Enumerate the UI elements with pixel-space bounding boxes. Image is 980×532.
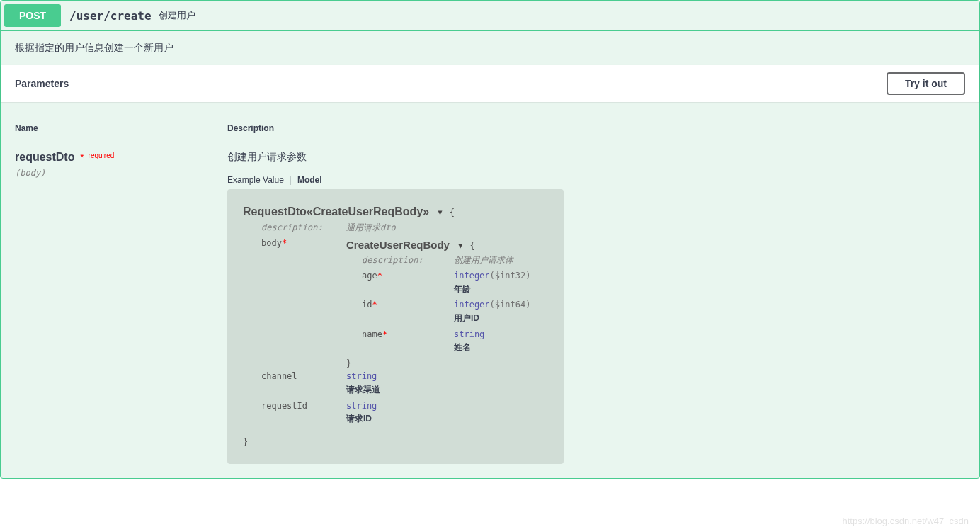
prop-name-key: name* xyxy=(362,328,454,354)
table-row: requestDto * required (body) 创建用户请求参数 Ex… xyxy=(15,142,965,465)
model-tabs: Example Value | Model xyxy=(227,175,965,185)
parameters-header: Parameters Try it out xyxy=(1,65,979,102)
param-in: (body) xyxy=(15,168,227,178)
tab-model[interactable]: Model xyxy=(297,175,322,185)
model-box: RequestDto«CreateUserReqBody» ▼ { descri… xyxy=(227,189,564,464)
parameters-title: Parameters xyxy=(15,78,69,89)
prop-channel-key: channel xyxy=(261,370,346,396)
prop-channel-type: string xyxy=(346,371,377,381)
operation-description: 根据指定的用户信息创建一个新用户 xyxy=(1,31,979,65)
tab-separator: | xyxy=(290,175,292,185)
model-desc-key: description: xyxy=(261,221,346,234)
parameters-table: Name Description requestDto * required (… xyxy=(15,116,965,464)
prop-name-type: string xyxy=(454,329,484,339)
required-label: required xyxy=(87,152,115,159)
prop-name-desc: 姓名 xyxy=(454,342,471,352)
prop-age-desc: 年龄 xyxy=(454,284,471,294)
model-title: RequestDto«CreateUserReqBody» xyxy=(243,205,429,217)
model-desc-value: 通用请求dto xyxy=(346,221,396,234)
chevron-down-icon[interactable]: ▼ xyxy=(438,207,442,218)
prop-age-format: ($int32) xyxy=(490,271,531,281)
prop-age-key: age* xyxy=(362,269,454,295)
parameters-body: Name Description requestDto * required (… xyxy=(1,102,979,478)
prop-id-type: integer xyxy=(454,300,490,310)
open-brace: { xyxy=(469,241,474,251)
prop-requestid-type: string xyxy=(346,401,377,411)
nested-desc-value: 创建用户请求体 xyxy=(454,254,513,267)
close-brace: } xyxy=(346,358,351,368)
prop-age-type: integer xyxy=(454,271,490,281)
operation-summary[interactable]: POST /user/create 创建用户 xyxy=(1,1,979,31)
try-it-out-button[interactable]: Try it out xyxy=(887,72,965,95)
close-brace: } xyxy=(243,437,248,447)
prop-id-format: ($int64) xyxy=(490,300,531,310)
operation-block: POST /user/create 创建用户 根据指定的用户信息创建一个新用户 … xyxy=(0,0,980,479)
endpoint-path: /user/create xyxy=(69,9,152,23)
endpoint-summary: 创建用户 xyxy=(159,9,195,22)
column-header-description: Description xyxy=(227,116,965,142)
prop-requestid-desc: 请求ID xyxy=(346,414,372,424)
prop-requestid-key: requestId xyxy=(261,400,346,426)
nested-model-title: CreateUserReqBody xyxy=(346,239,450,251)
chevron-down-icon[interactable]: ▼ xyxy=(458,240,462,251)
param-description: 创建用户请求参数 xyxy=(227,151,965,164)
prop-channel-desc: 请求渠道 xyxy=(346,385,380,395)
column-header-name: Name xyxy=(15,116,227,142)
http-method-badge: POST xyxy=(4,4,61,27)
required-star-icon: * xyxy=(77,152,84,163)
tab-example-value[interactable]: Example Value xyxy=(227,175,284,185)
param-name: requestDto xyxy=(15,151,74,163)
prop-id-key: id* xyxy=(362,298,454,324)
prop-id-desc: 用户ID xyxy=(454,313,479,323)
nested-desc-key: description: xyxy=(362,254,454,267)
prop-body-key: body* xyxy=(261,237,346,370)
open-brace: { xyxy=(450,208,455,217)
